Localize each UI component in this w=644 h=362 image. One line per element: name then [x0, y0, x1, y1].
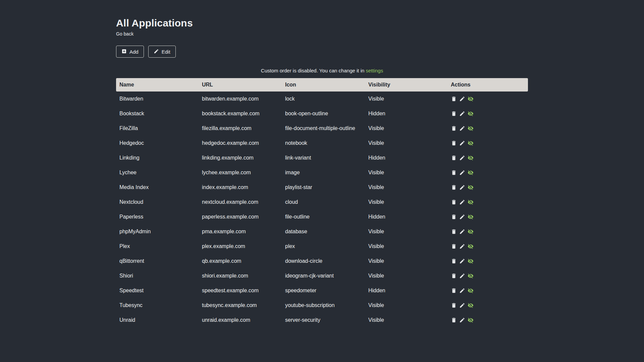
- trash-icon[interactable]: [451, 243, 457, 249]
- cell-visibility: Visible: [365, 298, 447, 313]
- eye-off-icon[interactable]: [468, 273, 474, 279]
- eye-off-icon[interactable]: [468, 140, 474, 146]
- eye-off-icon[interactable]: [468, 317, 474, 323]
- pencil-icon[interactable]: [459, 199, 465, 205]
- trash-icon[interactable]: [451, 229, 457, 235]
- applications-table: Name URL Icon Visibility Actions Bitward…: [116, 78, 528, 327]
- header-icon: Icon: [282, 78, 365, 92]
- trash-icon[interactable]: [451, 125, 457, 131]
- eye-off-icon[interactable]: [468, 111, 474, 117]
- eye-off-icon[interactable]: [468, 229, 474, 235]
- table-row: Speedtest speedtest.example.com speedome…: [116, 283, 528, 298]
- cell-icon: plex: [282, 239, 365, 254]
- pencil-icon[interactable]: [459, 184, 465, 190]
- trash-icon[interactable]: [451, 96, 457, 102]
- eye-off-icon[interactable]: [468, 155, 474, 161]
- pencil-icon[interactable]: [459, 243, 465, 249]
- cell-url: paperless.example.com: [199, 209, 282, 224]
- trash-icon[interactable]: [451, 170, 457, 176]
- table-row: Bitwarden bitwarden.example.com lock Vis…: [116, 92, 528, 106]
- table-row: Plex plex.example.com plex Visible: [116, 239, 528, 254]
- trash-icon[interactable]: [451, 111, 457, 117]
- cell-url: nextcloud.example.com: [199, 195, 282, 209]
- cell-icon: file-document-multiple-outline: [282, 121, 365, 136]
- cell-icon: image: [282, 165, 365, 180]
- pencil-icon[interactable]: [459, 140, 465, 146]
- header-visibility: Visibility: [365, 78, 447, 92]
- cell-url: qb.example.com: [199, 254, 282, 268]
- pencil-icon[interactable]: [459, 302, 465, 308]
- trash-icon[interactable]: [451, 184, 457, 190]
- table-row: Hedgedoc hedgedoc.example.com notebook V…: [116, 136, 528, 150]
- pencil-icon[interactable]: [459, 125, 465, 131]
- cell-url: speedtest.example.com: [199, 283, 282, 298]
- cell-visibility: Visible: [365, 180, 447, 195]
- table-row: phpMyAdmin pma.example.com database Visi…: [116, 224, 528, 239]
- cell-name: Bookstack: [116, 106, 199, 121]
- table-body: Bitwarden bitwarden.example.com lock Vis…: [116, 92, 528, 327]
- cell-actions: [447, 268, 528, 283]
- cell-url: filezilla.example.com: [199, 121, 282, 136]
- eye-off-icon[interactable]: [468, 125, 474, 131]
- pencil-icon[interactable]: [459, 96, 465, 102]
- trash-icon[interactable]: [451, 302, 457, 308]
- cell-icon: notebook: [282, 136, 365, 150]
- cell-url: bookstack.example.com: [199, 106, 282, 121]
- pencil-icon[interactable]: [459, 214, 465, 220]
- cell-url: lychee.example.com: [199, 165, 282, 180]
- cell-icon: link-variant: [282, 150, 365, 165]
- trash-icon[interactable]: [451, 140, 457, 146]
- eye-off-icon[interactable]: [468, 184, 474, 190]
- eye-off-icon[interactable]: [468, 243, 474, 249]
- cell-visibility: Hidden: [365, 150, 447, 165]
- eye-off-icon[interactable]: [468, 302, 474, 308]
- pencil-icon[interactable]: [459, 111, 465, 117]
- eye-off-icon[interactable]: [468, 199, 474, 205]
- cell-actions: [447, 106, 528, 121]
- cell-name: Media Index: [116, 180, 199, 195]
- settings-link[interactable]: settings: [366, 68, 383, 73]
- eye-off-icon[interactable]: [468, 170, 474, 176]
- cell-url: tubesync.example.com: [199, 298, 282, 313]
- add-button-label: Add: [129, 49, 139, 54]
- cell-name: Unraid: [116, 313, 199, 327]
- trash-icon[interactable]: [451, 214, 457, 220]
- add-button[interactable]: Add: [116, 46, 144, 58]
- pencil-icon[interactable]: [459, 229, 465, 235]
- trash-icon[interactable]: [451, 273, 457, 279]
- cell-url: plex.example.com: [199, 239, 282, 254]
- pencil-icon[interactable]: [459, 258, 465, 264]
- pencil-icon[interactable]: [459, 170, 465, 176]
- pencil-icon[interactable]: [459, 155, 465, 161]
- cell-icon: book-open-outline: [282, 106, 365, 121]
- eye-off-icon[interactable]: [468, 288, 474, 294]
- edit-button[interactable]: Edit: [148, 46, 176, 58]
- table-row: Paperless paperless.example.com file-out…: [116, 209, 528, 224]
- cell-visibility: Visible: [365, 268, 447, 283]
- cell-url: pma.example.com: [199, 224, 282, 239]
- cell-actions: [447, 180, 528, 195]
- trash-icon[interactable]: [451, 288, 457, 294]
- eye-off-icon[interactable]: [468, 96, 474, 102]
- trash-icon[interactable]: [451, 258, 457, 264]
- table-row: Lychee lychee.example.com image Visible: [116, 165, 528, 180]
- table-row: Unraid unraid.example.com server-securit…: [116, 313, 528, 327]
- cell-visibility: Visible: [365, 254, 447, 268]
- cell-name: Nextcloud: [116, 195, 199, 209]
- pencil-icon[interactable]: [459, 273, 465, 279]
- cell-name: Bitwarden: [116, 92, 199, 106]
- trash-icon[interactable]: [451, 317, 457, 323]
- trash-icon[interactable]: [451, 155, 457, 161]
- table-row: Tubesync tubesync.example.com youtube-su…: [116, 298, 528, 313]
- eye-off-icon[interactable]: [468, 258, 474, 264]
- trash-icon[interactable]: [451, 199, 457, 205]
- cell-actions: [447, 136, 528, 150]
- pencil-icon[interactable]: [459, 288, 465, 294]
- go-back-link[interactable]: Go back: [116, 31, 133, 37]
- cell-visibility: Visible: [365, 92, 447, 106]
- cell-actions: [447, 239, 528, 254]
- pencil-icon[interactable]: [459, 317, 465, 323]
- eye-off-icon[interactable]: [468, 214, 474, 220]
- table-row: Shiori shiori.example.com ideogram-cjk-v…: [116, 268, 528, 283]
- cell-icon: playlist-star: [282, 180, 365, 195]
